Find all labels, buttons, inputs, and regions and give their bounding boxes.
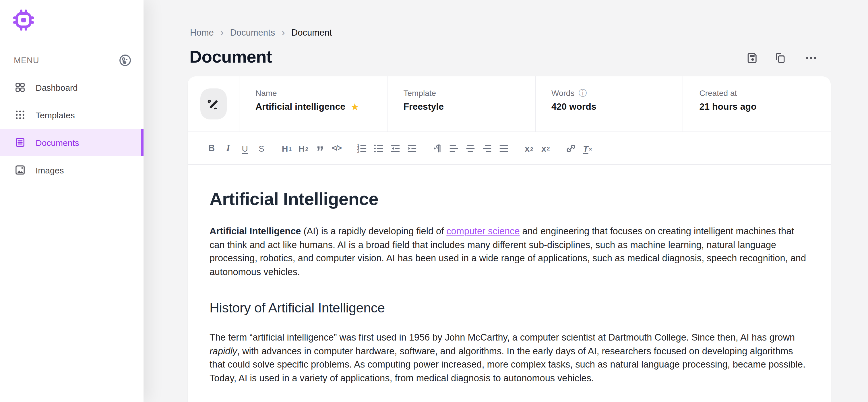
field-words: Words ⓘ 420 words (535, 76, 683, 131)
sidebar-nav: Dashboard Templates Documents (0, 73, 144, 184)
field-label: Template (404, 88, 529, 98)
active-indicator (141, 129, 144, 156)
svg-text:3: 3 (357, 150, 359, 154)
dashboard-icon (14, 82, 26, 93)
breadcrumb-home[interactable]: Home (190, 28, 214, 38)
save-icon (746, 52, 759, 64)
chevron-right-icon: › (281, 27, 285, 38)
link-button[interactable] (564, 141, 578, 156)
ordered-list-button[interactable]: 1 2 3 (355, 141, 369, 156)
superscript-button[interactable]: x2 (538, 141, 553, 156)
bullet-list-icon (373, 143, 384, 154)
heading2-button[interactable]: H2 (296, 141, 311, 156)
bold-button[interactable]: B (205, 141, 219, 156)
code-button[interactable]: </> (330, 141, 344, 156)
copy-icon (774, 52, 786, 64)
chip-icon[interactable] (12, 9, 35, 32)
chevron-right-icon: › (220, 27, 224, 38)
strikethrough-button[interactable]: S (254, 141, 269, 156)
more-button[interactable] (805, 52, 817, 64)
word-count-value: 420 words (551, 102, 677, 112)
page-title: Document (189, 47, 272, 67)
document-card: Name Artificial intelligence ★ Template … (188, 76, 831, 402)
doc-heading-1: Artificial Intelligence (210, 189, 809, 210)
align-justify-icon (498, 143, 509, 154)
field-created-at: Created at 21 hours ago (683, 76, 831, 131)
app: MENU Dashboard (0, 0, 868, 402)
underlined-text: specific problems (277, 359, 349, 369)
face-icon[interactable] (118, 53, 132, 67)
outdent-icon (390, 143, 401, 154)
menu-label: MENU (14, 56, 39, 65)
italic-button[interactable]: I (221, 141, 236, 156)
sidebar-item-images[interactable]: Images (0, 156, 144, 184)
template-value: Freestyle (404, 102, 529, 112)
align-center-button[interactable] (463, 141, 477, 156)
document-icon (14, 137, 26, 148)
field-label: Created at (700, 88, 825, 98)
document-type-badge[interactable] (200, 88, 226, 119)
text-direction-button[interactable] (430, 141, 444, 156)
blockquote-button[interactable]: ” (313, 144, 327, 159)
document-type-cell (188, 76, 239, 131)
sidebar-item-label: Templates (36, 110, 75, 120)
breadcrumb-current: Document (291, 28, 332, 38)
field-label: Words (551, 88, 575, 98)
align-right-button[interactable] (480, 141, 494, 156)
editor-area[interactable]: Artificial Intelligence Artificial Intel… (188, 165, 831, 385)
align-justify-button[interactable] (497, 141, 511, 156)
align-left-button[interactable] (446, 141, 461, 156)
field-name: Name Artificial intelligence ★ (239, 76, 387, 131)
doc-paragraph-1: Artificial Intelligence (AI) is a rapidl… (210, 224, 809, 279)
text-direction-icon (432, 143, 443, 154)
ordered-list-icon: 1 2 3 (356, 143, 367, 154)
sidebar-item-label: Dashboard (36, 83, 78, 92)
align-center-icon (465, 143, 476, 154)
plain-text: The term “artificial intelligence” was f… (210, 332, 795, 342)
bullet-list-button[interactable] (371, 141, 386, 156)
field-label: Name (255, 88, 381, 98)
field-template: Template Freestyle (387, 76, 535, 131)
star-icon[interactable]: ★ (350, 102, 360, 112)
heading1-button[interactable]: H1 (280, 141, 294, 156)
doc-heading-2: History of Artificial Intelligence (210, 300, 809, 316)
subscript-button[interactable]: x2 (522, 141, 536, 156)
underline-button[interactable]: U (238, 141, 252, 156)
main-area: Home › Documents › Document Document (144, 0, 868, 402)
formatting-toolbar: B I U S H1 H2 ” </> 1 2 3 (188, 132, 831, 165)
info-icon[interactable]: ⓘ (578, 89, 587, 97)
indent-button[interactable] (405, 141, 419, 156)
save-button[interactable] (746, 52, 759, 64)
computer-science-link[interactable]: computer science (446, 226, 520, 236)
breadcrumb: Home › Documents › Document (190, 28, 332, 38)
italic-text: rapidly (210, 345, 237, 356)
menu-row: MENU (14, 53, 132, 67)
align-right-icon (482, 143, 493, 154)
info-bar: Name Artificial intelligence ★ Template … (188, 76, 831, 132)
created-at-value: 21 hours ago (700, 102, 825, 112)
copy-button[interactable] (774, 52, 786, 64)
plain-text: (AI) is a rapidly developing field of (301, 226, 446, 236)
clear-formatting-button[interactable]: T× (580, 141, 595, 156)
doc-paragraph-2: The term “artificial intelligence” was f… (210, 331, 809, 385)
ellipsis-icon (805, 52, 817, 64)
pen-scribble-icon (206, 97, 220, 111)
sidebar: MENU Dashboard (0, 0, 144, 402)
breadcrumb-documents[interactable]: Documents (230, 28, 275, 38)
sidebar-item-templates[interactable]: Templates (0, 101, 144, 129)
outdent-button[interactable] (388, 141, 402, 156)
document-name-value: Artificial intelligence (255, 102, 345, 112)
header-actions (746, 52, 817, 64)
sidebar-item-label: Images (36, 165, 64, 175)
align-left-icon (448, 143, 459, 154)
sidebar-item-label: Documents (36, 137, 79, 147)
sidebar-item-dashboard[interactable]: Dashboard (0, 73, 144, 101)
grid-dots-icon (14, 109, 26, 121)
bold-text: Artificial Intelligence (210, 226, 301, 236)
indent-icon (406, 143, 417, 154)
image-icon (14, 164, 26, 176)
link-icon (565, 143, 577, 154)
sidebar-item-documents[interactable]: Documents (0, 129, 144, 156)
